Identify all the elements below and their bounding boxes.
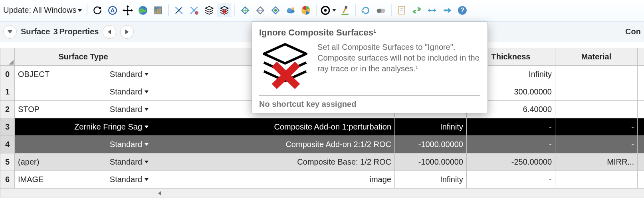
radius-cell[interactable]: Infinity <box>395 118 467 136</box>
toolbar-separator <box>168 4 169 16</box>
svg-rect-15 <box>342 14 349 14</box>
material-cell[interactable] <box>555 83 638 101</box>
update-label-text: Update: All Windows <box>3 6 76 14</box>
arrow-right-icon[interactable] <box>440 4 454 17</box>
row-header[interactable]: 3 <box>0 118 15 136</box>
col-edge[interactable] <box>638 48 644 66</box>
properties-label: Properties <box>59 27 99 36</box>
radius-cell[interactable]: Infinity <box>395 171 467 189</box>
cross-red-icon[interactable] <box>187 4 201 17</box>
edge-cell <box>638 118 644 136</box>
tooltip-footer: No shortcut key assigned <box>259 96 480 109</box>
material-cell[interactable]: - <box>555 136 638 153</box>
row-header[interactable]: 6 <box>0 171 15 189</box>
tooltip-title: Ignore Composite Surfaces¹ <box>259 27 480 38</box>
dropdown-icon <box>145 73 149 76</box>
dropdown-icon <box>145 178 149 181</box>
chart-icon[interactable] <box>151 4 165 17</box>
row-header[interactable]: 1 <box>0 83 15 101</box>
cloud-icon[interactable] <box>284 4 297 17</box>
surface-type-cell[interactable]: Standard <box>15 136 152 153</box>
scroll-left-icon <box>158 191 161 196</box>
expand-h-icon[interactable] <box>425 4 439 17</box>
cross-blue-icon[interactable] <box>172 4 186 17</box>
col-material[interactable]: Material <box>555 48 638 66</box>
row-header[interactable]: 0 <box>0 66 15 83</box>
main-toolbar: Update: All Windows A <box>0 0 644 22</box>
target-dropdown-icon[interactable] <box>320 4 337 17</box>
layers-icon[interactable] <box>202 4 216 17</box>
update-dropdown[interactable]: Update: All Windows <box>3 6 82 15</box>
thickness-cell[interactable]: - <box>467 136 555 153</box>
edge-cell <box>638 153 644 171</box>
ignore-composite-icon[interactable] <box>218 4 231 17</box>
surface-type-cell[interactable]: Zernike Fringe Sag <box>15 118 152 136</box>
material-cell[interactable]: - <box>555 118 638 136</box>
row-header[interactable]: 5 <box>0 153 15 171</box>
toolbar-separator <box>316 4 317 16</box>
thickness-cell[interactable]: - <box>467 118 555 136</box>
edge-cell <box>638 101 644 118</box>
dropdown-icon <box>145 90 149 93</box>
toggle-icon[interactable] <box>374 4 388 17</box>
diamond-alt-icon[interactable] <box>254 4 267 17</box>
toolbar-separator <box>391 4 392 16</box>
edge-cell <box>638 171 644 189</box>
comment-cell[interactable]: Composite Base: 1/2 ROC <box>152 153 395 171</box>
material-cell[interactable] <box>555 66 638 83</box>
surface-type-cell[interactable]: STOPStandard <box>15 101 152 118</box>
document-icon[interactable] <box>395 4 408 17</box>
comment-cell[interactable]: image <box>152 171 395 189</box>
svg-point-10 <box>287 8 292 12</box>
refresh-all-icon[interactable]: A <box>106 4 119 17</box>
surface-type-cell[interactable]: IMAGEStandard <box>15 171 152 189</box>
row-header[interactable]: 2 <box>0 101 15 118</box>
microscope-icon[interactable] <box>338 4 352 17</box>
right-column-label: Con <box>625 27 641 36</box>
prev-button[interactable] <box>103 25 116 39</box>
dropdown-icon <box>145 143 149 146</box>
swap-icon[interactable] <box>410 4 424 17</box>
row-header[interactable]: 4 <box>0 136 15 153</box>
refresh-cw-icon[interactable] <box>91 4 104 17</box>
surface-type-cell[interactable]: (aper)Standard <box>15 153 152 171</box>
move-icon[interactable] <box>121 4 135 17</box>
surface-type-cell[interactable]: Standard <box>15 83 152 101</box>
dropdown-icon <box>145 161 149 163</box>
thickness-cell[interactable]: - <box>467 171 555 189</box>
edge-cell <box>638 66 644 83</box>
radius-cell[interactable]: -1000.00000 <box>395 153 467 171</box>
globe-icon[interactable] <box>136 4 150 17</box>
layers-x-icon <box>259 42 311 90</box>
diamond-icon[interactable] <box>238 4 252 17</box>
comment-cell[interactable]: Composite Add-on 2:1/2 ROC <box>152 136 395 153</box>
help-icon[interactable]: ? <box>456 4 469 17</box>
thickness-cell[interactable]: -250.00000 <box>467 153 555 171</box>
surface-type-cell[interactable]: OBJECTStandard <box>15 66 152 83</box>
svg-point-14 <box>324 9 327 12</box>
comment-cell[interactable]: Composite Add-on 1:perturbation <box>152 118 395 136</box>
chevron-down-icon <box>8 30 12 33</box>
select-all-corner[interactable] <box>0 48 15 66</box>
refresh-blue-icon[interactable] <box>359 4 373 17</box>
svg-point-8 <box>274 9 277 12</box>
h-scrollbar[interactable] <box>0 189 644 198</box>
material-cell[interactable] <box>555 171 638 189</box>
material-cell[interactable]: MIRR... <box>555 153 638 171</box>
collapse-button[interactable] <box>3 25 17 39</box>
edge-cell <box>638 83 644 101</box>
colorwheel-icon[interactable] <box>299 4 313 17</box>
radius-cell[interactable]: -1000.00000 <box>395 136 467 153</box>
dropdown-icon <box>145 108 149 111</box>
svg-point-11 <box>292 7 295 10</box>
diamond-green-icon[interactable] <box>269 4 282 17</box>
caret-down-icon <box>78 9 82 12</box>
chevron-right-icon <box>125 29 129 34</box>
material-cell[interactable] <box>555 101 638 118</box>
svg-rect-4 <box>155 11 157 14</box>
col-surface-type[interactable]: Surface Type <box>15 48 152 66</box>
ignore-composite-tooltip: Ignore Composite Surfaces¹ Set all Compo… <box>252 22 488 113</box>
svg-rect-6 <box>160 8 161 14</box>
next-button[interactable] <box>120 25 134 39</box>
chevron-left-icon <box>108 29 111 34</box>
